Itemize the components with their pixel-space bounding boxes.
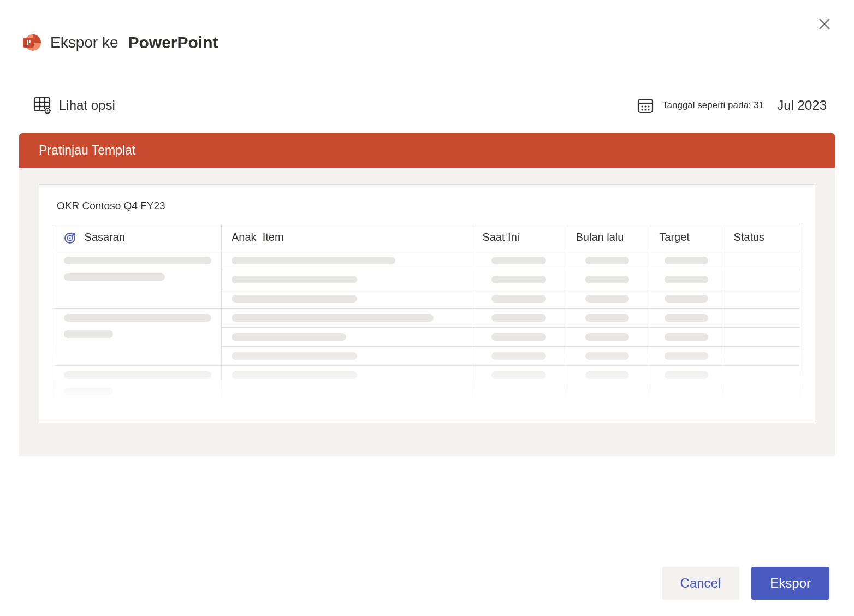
svg-point-18 [644, 105, 646, 107]
date-as-of[interactable]: Tanggal seperti pada: 31 Jul 2023 [636, 96, 827, 115]
template-preview-panel: Pratinjau Templat OKR Contoso Q4 FY23 [19, 133, 835, 456]
dialog-footer: Cancel Ekspor [662, 567, 829, 600]
export-to-label: Ekspor ke [50, 34, 118, 51]
okr-table: Sasaran Anak Item Saat Ini Bulan lalu Ta… [54, 224, 800, 401]
col-header-last-month: Bulan lalu [566, 224, 649, 251]
col-header-current: Saat Ini [472, 224, 566, 251]
view-options-label: Lihat opsi [59, 98, 115, 113]
view-options-button[interactable]: Lihat opsi [33, 96, 115, 115]
svg-point-17 [641, 105, 643, 107]
svg-point-10 [47, 110, 49, 112]
col-header-child-item: Anak Item [222, 224, 472, 251]
preview-header: Pratinjau Templat [19, 133, 835, 168]
app-name: PowerPoint [128, 33, 218, 52]
table-settings-icon [33, 96, 51, 115]
svg-point-20 [641, 109, 643, 110]
target-icon [64, 232, 76, 244]
date-month-year: Jul 2023 [777, 98, 827, 113]
table-row [54, 308, 800, 327]
table-header-row: Sasaran Anak Item Saat Ini Bulan lalu Ta… [54, 224, 800, 251]
dialog-header: P Ekspor ke PowerPoint [0, 0, 854, 52]
close-button[interactable] [817, 16, 832, 32]
svg-point-22 [648, 109, 649, 110]
col-header-target: Target [649, 224, 723, 251]
calendar-icon [636, 96, 655, 115]
export-button[interactable]: Ekspor [751, 567, 829, 600]
svg-text:P: P [26, 39, 31, 47]
date-prefix-text: Tanggal seperti pada: 31 [662, 100, 764, 111]
close-icon [818, 17, 831, 31]
slide-title: OKR Contoso Q4 FY23 [57, 200, 800, 212]
svg-point-21 [644, 109, 646, 110]
svg-point-19 [648, 105, 649, 107]
cancel-button[interactable]: Cancel [662, 567, 740, 600]
slide-preview: OKR Contoso Q4 FY23 Sasaran [39, 184, 815, 423]
svg-point-25 [69, 237, 71, 239]
powerpoint-icon: P [22, 33, 41, 52]
table-row [54, 365, 800, 384]
toolbar: Lihat opsi Tanggal seperti pada: 31 Jul … [0, 52, 854, 126]
table-row [54, 251, 800, 270]
col-header-status: Status [723, 224, 800, 251]
col-header-goal: Sasaran [54, 224, 222, 251]
